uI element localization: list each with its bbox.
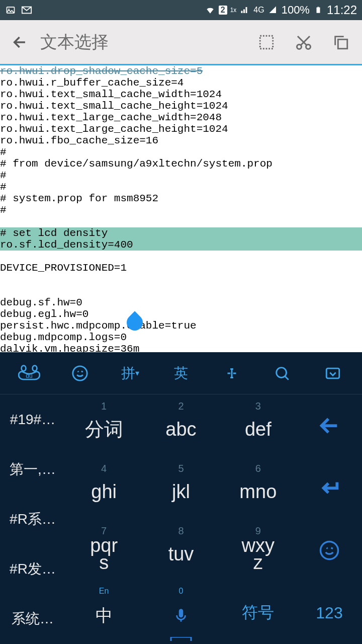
cursor-tab-icon[interactable] <box>212 358 252 388</box>
baidu-logo-icon[interactable]: du <box>9 358 49 388</box>
candidate-2[interactable]: #R系… <box>0 494 65 544</box>
collapse-keyboard-icon[interactable] <box>313 358 353 388</box>
lang-toggle-key[interactable]: En中 <box>65 582 142 644</box>
english-tab[interactable]: 英 <box>161 358 201 388</box>
copy-button[interactable] <box>330 31 352 53</box>
status-bar: 2 1x 4G 100% 11:22 <box>0 0 362 20</box>
key-1[interactable]: 1分词 <box>65 394 142 457</box>
svg-text:du: du <box>26 372 33 379</box>
key-5[interactable]: 5jkl <box>142 457 219 519</box>
battery-icon <box>313 5 324 16</box>
key-6[interactable]: 6mno <box>220 457 297 519</box>
key-8[interactable]: 8tuv <box>142 519 219 582</box>
backspace-key[interactable] <box>297 394 362 457</box>
select-all-button[interactable] <box>255 31 278 53</box>
voice-key[interactable]: 0 <box>142 582 219 644</box>
sim-badge: 2 <box>219 6 227 15</box>
candidate-4[interactable]: 系统… <box>0 594 65 644</box>
svg-rect-16 <box>179 609 184 617</box>
keyboard: du 拼▾ 英 #19#…1分词2abc3def第一,…4ghi5jkl6mno… <box>0 352 362 644</box>
candidate-3[interactable]: #R发… <box>0 544 65 594</box>
battery-pct: 100% <box>282 4 310 17</box>
svg-rect-3 <box>316 8 320 13</box>
svg-point-10 <box>33 365 37 371</box>
mail-icon <box>21 5 32 16</box>
cut-button[interactable] <box>293 31 315 53</box>
key-3[interactable]: 3def <box>220 394 297 457</box>
numeric-key[interactable]: 123 <box>297 582 362 644</box>
clock: 11:22 <box>327 3 357 17</box>
search-tab-icon[interactable] <box>262 358 302 388</box>
picture-icon <box>5 5 16 16</box>
enter-key[interactable] <box>297 457 362 519</box>
pinyin-tab[interactable]: 拼▾ <box>110 358 150 388</box>
text-editor[interactable]: ro.hwui.drop_shadow_cache_size=5ro.hwui.… <box>0 65 362 352</box>
key-4[interactable]: 4ghi <box>65 457 142 519</box>
app-bar: 文本选择 <box>0 20 362 65</box>
emoji-key[interactable] <box>297 519 362 582</box>
sig2-label: 1x <box>230 7 237 14</box>
net-label: 4G <box>253 6 264 15</box>
key-7[interactable]: 7pqr s <box>65 519 142 582</box>
signal2-icon <box>267 5 279 16</box>
signal1-icon <box>239 5 250 16</box>
svg-point-13 <box>277 367 287 377</box>
symbol-key[interactable]: 符号 <box>220 582 297 644</box>
candidate-1[interactable]: 第一,… <box>0 444 65 494</box>
candidate-0[interactable]: #19#… <box>0 394 65 444</box>
wifi-icon <box>205 5 216 16</box>
svg-rect-4 <box>317 7 319 8</box>
svg-rect-14 <box>326 368 339 378</box>
key-9[interactable]: 9wxy z <box>220 519 297 582</box>
svg-rect-5 <box>260 36 273 49</box>
key-2[interactable]: 2abc <box>142 394 219 457</box>
page-title: 文本选择 <box>40 31 255 54</box>
back-button[interactable] <box>10 32 30 52</box>
emoji-tab-icon[interactable] <box>60 358 100 388</box>
svg-point-15 <box>320 542 338 559</box>
svg-point-12 <box>73 366 87 380</box>
svg-point-9 <box>22 365 26 371</box>
svg-rect-8 <box>338 39 347 48</box>
